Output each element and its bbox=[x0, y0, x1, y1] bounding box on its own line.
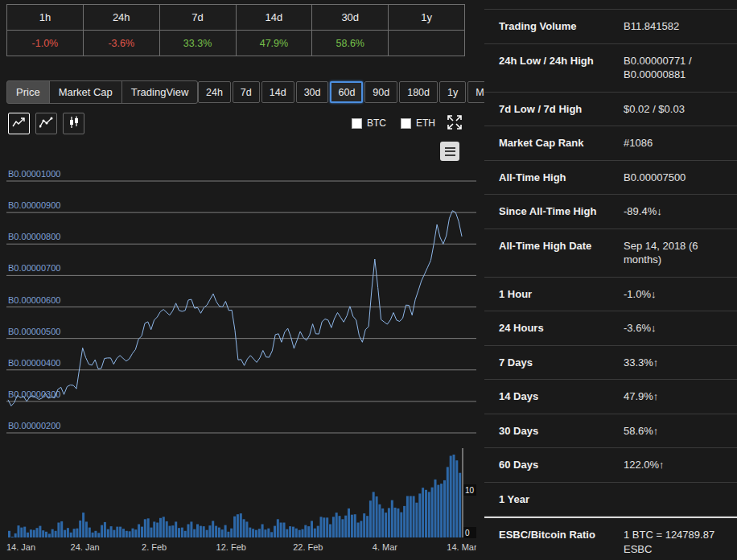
tab-price[interactable]: Price bbox=[6, 80, 50, 104]
volume-bar bbox=[218, 528, 220, 537]
volume-bar bbox=[431, 488, 434, 537]
eth-toggle[interactable]: ETH bbox=[401, 117, 435, 129]
volume-bar bbox=[292, 527, 294, 537]
stats-row-trading-volume: Trading VolumeB11.841582 bbox=[484, 10, 737, 44]
volume-bar bbox=[79, 521, 81, 537]
x-axis-label: 22. Feb bbox=[293, 542, 323, 552]
stats-value: -1.0%↓ bbox=[624, 287, 731, 302]
chart-type-toolbar bbox=[8, 113, 84, 134]
volume-bar bbox=[175, 521, 177, 537]
volume-bar bbox=[67, 528, 69, 537]
volume-bar bbox=[243, 519, 245, 537]
stats-label: Market Cap Rank bbox=[499, 136, 624, 150]
price-chart[interactable]: B0.00001000B0.00000900B0.00000800B0.0000… bbox=[6, 165, 476, 560]
stats-label: 7 Days bbox=[499, 356, 624, 370]
volume-bar bbox=[18, 525, 20, 537]
menu-icon bbox=[445, 147, 455, 149]
volume-bar bbox=[171, 525, 174, 537]
volume-bar bbox=[373, 492, 375, 537]
volume-bar bbox=[159, 518, 162, 537]
btc-toggle[interactable]: BTC bbox=[352, 117, 386, 129]
volume-bar bbox=[233, 517, 236, 537]
volume-bar bbox=[33, 530, 35, 537]
stats-label: All-Time High bbox=[499, 171, 624, 185]
perf-period-7d: 7d bbox=[160, 5, 237, 31]
chart-menu-button[interactable] bbox=[440, 142, 459, 161]
volume-bar bbox=[73, 529, 76, 537]
volume-bar bbox=[122, 529, 125, 537]
volume-bar bbox=[406, 496, 409, 538]
volume-bar bbox=[403, 506, 406, 537]
volume-bar bbox=[208, 525, 211, 537]
volume-bar bbox=[422, 488, 424, 537]
volume-bar bbox=[299, 530, 301, 537]
volume-bar bbox=[166, 521, 168, 537]
range-button-30d[interactable]: 30d bbox=[296, 81, 329, 103]
volume-bar bbox=[394, 508, 397, 537]
volume-bar bbox=[14, 533, 17, 537]
stats-value: 1 BTC = 124789.87 ESBC bbox=[624, 528, 731, 556]
stats-row-1-hour: 1 Hour-1.0%↓ bbox=[484, 278, 737, 312]
chart-tabs: PriceMarket CapTradingView bbox=[6, 80, 198, 104]
volume-bar bbox=[270, 532, 273, 537]
perf-change-14d: 47.9% bbox=[237, 31, 313, 56]
checkbox-icon[interactable] bbox=[352, 118, 362, 129]
volume-bar bbox=[354, 514, 356, 537]
volume-bar bbox=[437, 485, 439, 537]
range-button-7d[interactable]: 7d bbox=[233, 81, 260, 103]
stats-value: B11.841582 bbox=[624, 19, 731, 34]
volume-bar bbox=[385, 513, 387, 537]
volume-bar bbox=[132, 529, 134, 537]
stats-value: 122.0%↑ bbox=[624, 458, 731, 472]
volume-axis-label: 0 bbox=[465, 529, 470, 537]
range-button-90d[interactable]: 90d bbox=[364, 81, 397, 103]
volume-bar bbox=[129, 531, 131, 537]
chart-svg[interactable]: B0.00001000B0.00000900B0.00000800B0.0000… bbox=[6, 165, 476, 560]
volume-bar bbox=[51, 529, 54, 537]
volume-bar bbox=[94, 531, 97, 537]
fullscreen-button[interactable] bbox=[443, 113, 465, 134]
range-button-14d[interactable]: 14d bbox=[261, 81, 294, 103]
volume-bar bbox=[388, 508, 390, 537]
chart-column: 1h24h7d14d30d1y-1.0%-3.6%33.3%47.9%58.6%… bbox=[0, 0, 484, 560]
volume-bar bbox=[366, 516, 368, 537]
stats-row-7d-low-7d-high: 7d Low / 7d High$0.02 / $0.03 bbox=[484, 93, 737, 127]
stats-row-1-year: 1 Year bbox=[484, 483, 737, 517]
volume-bar bbox=[134, 529, 137, 537]
stats-row-7-days: 7 Days33.3%↑ bbox=[484, 346, 737, 381]
volume-bar bbox=[97, 533, 100, 537]
volume-bar bbox=[141, 527, 143, 537]
volume-bar bbox=[23, 527, 26, 537]
candlestick-chart-button[interactable] bbox=[63, 113, 84, 134]
tab-market-cap[interactable]: Market Cap bbox=[49, 80, 122, 104]
volume-bar bbox=[264, 529, 266, 537]
trend-chart-button[interactable] bbox=[8, 113, 30, 134]
volume-bar bbox=[267, 529, 270, 537]
series-toggles: BTCETH bbox=[352, 117, 435, 129]
volume-bar bbox=[455, 460, 458, 537]
tab-tradingview[interactable]: TradingView bbox=[121, 80, 199, 104]
checkbox-icon[interactable] bbox=[401, 118, 411, 129]
volume-bar bbox=[440, 484, 443, 537]
volume-bar bbox=[274, 526, 276, 537]
range-button-180d[interactable]: 180d bbox=[399, 81, 438, 103]
range-button-60d[interactable]: 60d bbox=[330, 81, 363, 103]
range-button-max[interactable]: Max bbox=[467, 81, 484, 103]
stats-row-14-days: 14 Days47.9%↑ bbox=[484, 380, 737, 414]
volume-bar bbox=[181, 528, 183, 537]
stats-value: -3.6%↓ bbox=[624, 321, 731, 336]
volume-bar bbox=[344, 516, 347, 537]
perf-change-1y bbox=[389, 31, 465, 56]
perf-period-14d: 14d bbox=[237, 5, 313, 31]
volume-bar bbox=[110, 526, 113, 537]
volume-bar bbox=[295, 529, 298, 537]
range-button-1y[interactable]: 1y bbox=[439, 81, 466, 103]
volume-bar bbox=[252, 529, 254, 537]
line-chart-button[interactable] bbox=[35, 113, 57, 134]
volume-bar bbox=[323, 517, 325, 537]
volume-bar bbox=[113, 530, 115, 537]
volume-bar bbox=[8, 531, 10, 537]
volume-bar bbox=[410, 496, 412, 538]
range-button-24h[interactable]: 24h bbox=[198, 81, 231, 103]
volume-bar bbox=[317, 526, 319, 537]
